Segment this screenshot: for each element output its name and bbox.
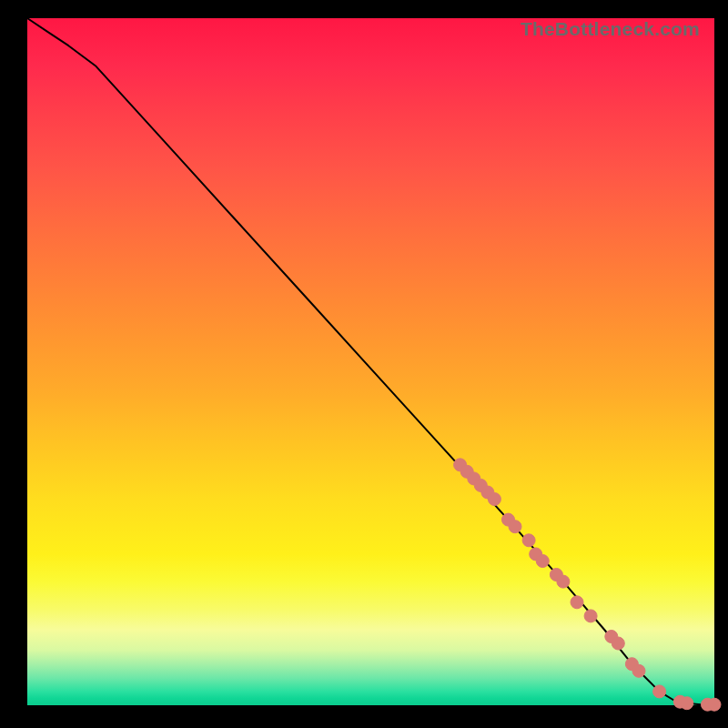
data-point [522,534,535,547]
data-point [557,575,570,588]
data-point [536,555,549,568]
plot-area: TheBottleneck.com [27,18,714,705]
data-dots [454,459,721,711]
data-point [488,493,500,506]
data-point [571,596,583,609]
data-point [708,698,721,711]
curve-line [27,18,714,704]
data-point [509,521,521,533]
data-point [653,685,666,698]
chart-stage: TheBottleneck.com [0,0,728,728]
data-point [612,637,624,650]
data-point [584,610,597,622]
data-point [632,664,645,677]
data-point [681,697,693,710]
chart-svg [27,18,714,705]
